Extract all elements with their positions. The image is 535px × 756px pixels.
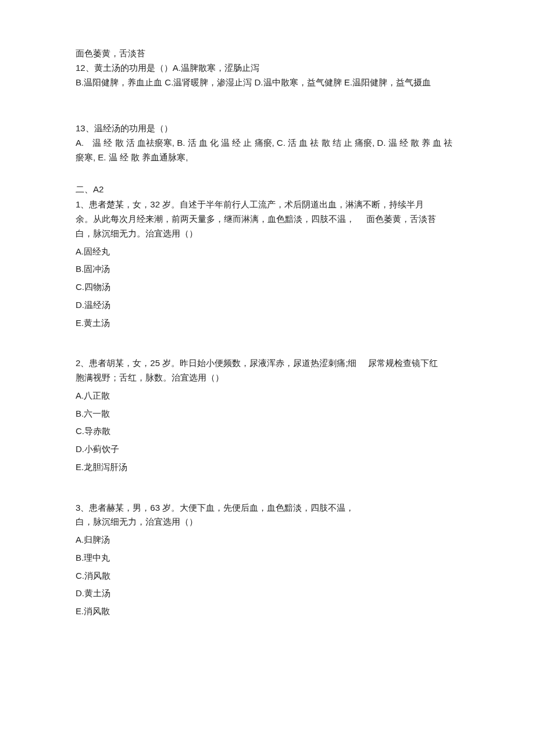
a2-q2-stem-line1a: 2、患者胡某，女，25 岁。昨日始小便频数，尿液浑赤，尿道热涩刺痛;细 (76, 358, 356, 368)
a2-q2-option-a: A.八正散 (76, 389, 459, 403)
a2-q1-stem-line3: 白，脉沉细无力。治宜选用（） (76, 227, 459, 241)
a2-q1-option-d: D.温经汤 (76, 298, 459, 313)
a2-q3-option-d: D.黄土汤 (76, 586, 459, 601)
question-13-block: 13、温经汤的功用是（） A. 温 经 散 活 血祛瘀寒, B. 活 血 化 温… (76, 121, 459, 164)
a2-q2-option-d: D.小蓟饮子 (76, 442, 459, 457)
a2-q2-option-e: E.龙胆泻肝汤 (76, 460, 459, 475)
a2-question-3: 3、患者赫某，男，63 岁。大便下血，先便后血，血色黯淡，四肢不温， 白，脉沉细… (76, 501, 459, 619)
a2-q1-stem-line2a: 余。从此每次月经来潮，前两天量多，继而淋漓，血色黯淡，四肢不温， (76, 214, 355, 224)
a2-q2-stem-line2: 胞满视野；舌红，脉数。治宜选用（） (76, 371, 459, 385)
a2-q3-option-c: C.消风散 (76, 569, 459, 583)
a2-q2-stem-line1b: 尿常规检查镜下红 (368, 358, 438, 368)
a2-question-1: 1、患者楚某，女，32 岁。自述于半年前行人工流产，术后阴道出血，淋漓不断，持续… (76, 198, 459, 330)
a2-q2-option-b: B.六一散 (76, 407, 459, 421)
q11-trailing-text: 面色萎黄，舌淡苔 (76, 46, 459, 61)
q12-stem: 12、黄土汤的功用是（）A.温脾散寒，涩肠止泻 (76, 61, 459, 76)
a2-q1-stem-line1: 1、患者楚某，女，32 岁。自述于半年前行人工流产，术后阴道出血，淋漓不断，持续… (76, 198, 459, 212)
q13-stem: 13、温经汤的功用是（） (76, 121, 459, 136)
a2-q3-option-b: B.理中丸 (76, 551, 459, 565)
a2-q1-option-b: B.固冲汤 (76, 262, 459, 277)
a2-q1-option-a: A.固经丸 (76, 245, 459, 259)
section-2-header: 二、A2 (76, 182, 459, 197)
a2-q2-stem: 2、患者胡某，女，25 岁。昨日始小便频数，尿液浑赤，尿道热涩刺痛;细尿常规检查… (76, 356, 459, 385)
a2-q1-option-e: E.黄土汤 (76, 316, 459, 331)
a2-q3-stem-line1: 3、患者赫某，男，63 岁。大便下血，先便后血，血色黯淡，四肢不温， (76, 501, 459, 515)
a2-q1-option-c: C.四物汤 (76, 280, 459, 295)
a2-q3-stem: 3、患者赫某，男，63 岁。大便下血，先便后血，血色黯淡，四肢不温， 白，脉沉细… (76, 501, 459, 530)
a2-q1-stem: 1、患者楚某，女，32 岁。自述于半年前行人工流产，术后阴道出血，淋漓不断，持续… (76, 198, 459, 241)
a2-q3-option-a: A.归脾汤 (76, 533, 459, 547)
a2-q3-option-e: E.消风散 (76, 604, 459, 619)
a2-q2-stem-line1: 2、患者胡某，女，25 岁。昨日始小便频数，尿液浑赤，尿道热涩刺痛;细尿常规检查… (76, 356, 459, 371)
a2-q1-stem-line2: 余。从此每次月经来潮，前两天量多，继而淋漓，血色黯淡，四肢不温，面色萎黄，舌淡苔 (76, 212, 459, 227)
a2-q3-stem-line2: 白，脉沉细无力，治宜选用（） (76, 515, 459, 529)
a2-q1-stem-line2b: 面色萎黄，舌淡苔 (366, 214, 436, 224)
a2-question-2: 2、患者胡某，女，25 岁。昨日始小便频数，尿液浑赤，尿道热涩刺痛;细尿常规检查… (76, 356, 459, 474)
section-2-title: 二、A2 (76, 182, 459, 197)
question-12-block: 面色萎黄，舌淡苔 12、黄土汤的功用是（）A.温脾散寒，涩肠止泻 B.温阳健脾，… (76, 46, 459, 89)
q12-options: B.温阳健脾，养血止血 C.温肾暖脾，渗湿止泻 D.温中散寒，益气健脾 E.温阳… (76, 76, 459, 90)
q13-options: A. 温 经 散 活 血祛瘀寒, B. 活 血 化 温 经 止 痛瘀, C. 活… (76, 136, 459, 165)
a2-q2-option-c: C.导赤散 (76, 424, 459, 439)
